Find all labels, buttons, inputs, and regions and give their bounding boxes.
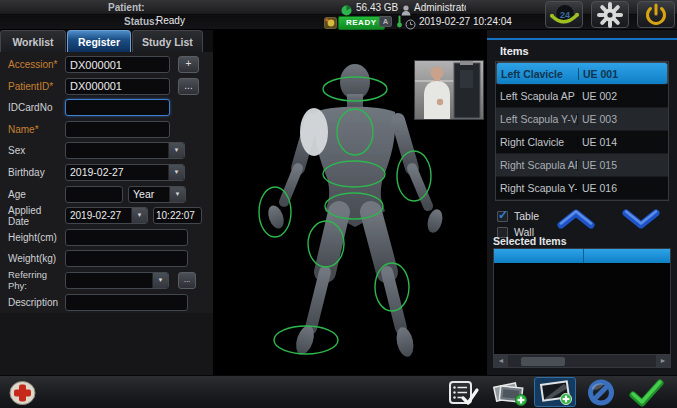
position-preview-thumbnail xyxy=(414,60,484,120)
cancel-button[interactable] xyxy=(584,379,618,408)
accession-input[interactable] xyxy=(65,56,170,73)
weight-label: Weight(kg) xyxy=(8,253,65,264)
body-map-view xyxy=(213,30,487,375)
ready-status-badge: READY xyxy=(338,16,385,30)
status-label: Status: xyxy=(124,16,158,27)
gear-icon xyxy=(592,2,628,28)
selected-items-body xyxy=(494,263,670,354)
panel-accent-line xyxy=(487,38,677,40)
referring-physician-browse-button[interactable]: ... xyxy=(178,272,196,289)
referring-physician-select[interactable]: ▼ xyxy=(65,272,169,289)
item-row[interactable]: Left Clavicle UE 001 xyxy=(496,62,668,85)
referring-physician-row: Referring Phy: ▼ ... xyxy=(8,272,213,289)
weight-input[interactable] xyxy=(65,250,188,267)
patient-id-label: PatientID* xyxy=(8,81,65,92)
name-label: Name* xyxy=(8,124,65,135)
scrollbar-thumb[interactable] xyxy=(521,357,565,366)
name-row: Name* xyxy=(8,121,213,138)
settings-button[interactable] xyxy=(591,1,629,28)
status-value: Ready xyxy=(156,15,185,26)
description-row: Description xyxy=(8,294,213,311)
selected-items-col1 xyxy=(494,249,584,263)
table-checkbox-row[interactable]: ✓ Table xyxy=(497,210,539,222)
birthday-select[interactable]: 2019-02-27 ▼ xyxy=(65,164,185,181)
item-name: Left Clavicle xyxy=(497,68,579,80)
item-row[interactable]: Right Scapula AP UE 015 xyxy=(496,154,668,177)
power-button[interactable] xyxy=(637,1,675,28)
item-row[interactable]: Left Scapula Y-View UE 003 xyxy=(496,108,668,131)
selected-items-table: ◄ ► xyxy=(493,248,671,368)
chevron-down-icon: ▼ xyxy=(168,165,184,180)
applied-date-row: Applied Date 2019-02-27 ▼ xyxy=(8,207,213,224)
image-plus-icon xyxy=(535,378,575,406)
name-input[interactable] xyxy=(65,121,170,138)
tab-worklist[interactable]: Worklist xyxy=(0,30,66,52)
item-name: Left Scapula Y-View xyxy=(496,113,578,125)
power-icon xyxy=(638,2,674,28)
item-name: Right Scapula Y-View xyxy=(496,182,578,194)
patient-label: Patient: xyxy=(108,2,145,13)
id-card-input[interactable] xyxy=(65,99,170,116)
sex-row: Sex ▼ xyxy=(8,142,213,159)
description-input[interactable] xyxy=(65,294,188,311)
horizontal-scrollbar[interactable]: ◄ ► xyxy=(494,354,670,367)
sex-select[interactable]: ▼ xyxy=(65,142,185,159)
service-call-button[interactable]: 24 xyxy=(545,1,583,28)
age-label: Age xyxy=(8,189,65,200)
body-region-right-shoulder-selected[interactable] xyxy=(300,108,328,156)
item-code: UE 015 xyxy=(578,159,668,171)
add-images-button[interactable] xyxy=(491,379,529,408)
list-check-icon xyxy=(446,379,480,407)
left-panel-footer xyxy=(0,313,213,375)
accession-row: Accession* + xyxy=(8,56,213,73)
item-row[interactable]: Right Scapula Y-View UE 016 xyxy=(496,177,668,200)
items-list: Left Clavicle UE 001 Left Scapula AP UE … xyxy=(495,61,669,201)
add-image-button-selected[interactable] xyxy=(534,377,576,407)
confirm-button[interactable] xyxy=(629,379,665,408)
items-panel: Items Left Clavicle UE 001 Left Scapula … xyxy=(487,30,677,375)
no-entry-icon xyxy=(584,379,618,407)
phone-24-label: 24 xyxy=(560,9,570,19)
items-title: Items xyxy=(500,45,529,57)
item-row[interactable]: Right Clavicle UE 014 xyxy=(496,131,668,154)
patient-id-input[interactable] xyxy=(65,78,170,95)
patient-id-row: PatientID* ... xyxy=(8,78,213,95)
chevron-down-button[interactable] xyxy=(618,206,664,232)
patient-id-browse-button[interactable]: ... xyxy=(178,78,199,95)
applied-time-input[interactable] xyxy=(153,207,202,224)
top-status-bar: Patient: Status: Ready 56.43 GB Administ… xyxy=(0,0,677,29)
emergency-patient-button[interactable] xyxy=(8,380,38,408)
check-icon: ✓ xyxy=(498,208,508,222)
table-checkbox[interactable]: ✓ xyxy=(497,211,508,222)
scroll-right-button[interactable]: ► xyxy=(656,355,670,367)
birthday-value: 2019-02-27 xyxy=(66,166,168,178)
item-row[interactable]: Left Scapula AP UE 002 xyxy=(496,85,668,108)
item-name: Right Scapula AP xyxy=(496,159,578,171)
chevron-down-icon: ▼ xyxy=(131,208,147,223)
age-input[interactable] xyxy=(65,186,123,203)
aec-indicator-icon: A xyxy=(379,16,392,27)
register-form: Accession* + PatientID* ... IDCardNo Nam… xyxy=(0,52,213,313)
birthday-row: Birthday 2019-02-27 ▼ xyxy=(8,164,213,181)
sex-label: Sex xyxy=(8,145,65,156)
height-input[interactable] xyxy=(65,229,188,246)
chevron-down-icon: ▼ xyxy=(168,143,184,158)
chevron-down-icon: ▼ xyxy=(152,273,168,288)
red-cross-icon xyxy=(8,380,38,406)
age-unit-value: Year xyxy=(129,188,169,200)
tab-study-list[interactable]: Study List xyxy=(132,30,203,52)
exam-list-button[interactable] xyxy=(446,379,480,408)
scroll-left-button[interactable]: ◄ xyxy=(494,355,508,367)
id-card-row: IDCardNo xyxy=(8,99,213,116)
chevron-up-button[interactable] xyxy=(553,206,599,232)
accession-generate-button[interactable]: + xyxy=(178,56,199,73)
datetime: 2019-02-27 10:24:04 xyxy=(419,16,512,27)
tab-register[interactable]: Register xyxy=(67,30,131,52)
applied-date-select[interactable]: 2019-02-27 ▼ xyxy=(65,207,148,224)
storage-value: 56.43 GB xyxy=(356,2,398,13)
age-unit-select[interactable]: Year ▼ xyxy=(128,186,186,203)
patient-register-panel: Worklist Register Study List Accession* … xyxy=(0,30,213,375)
green-check-icon xyxy=(629,379,665,407)
height-row: Height(cm) xyxy=(8,229,213,246)
username: Administrator xyxy=(414,2,466,13)
